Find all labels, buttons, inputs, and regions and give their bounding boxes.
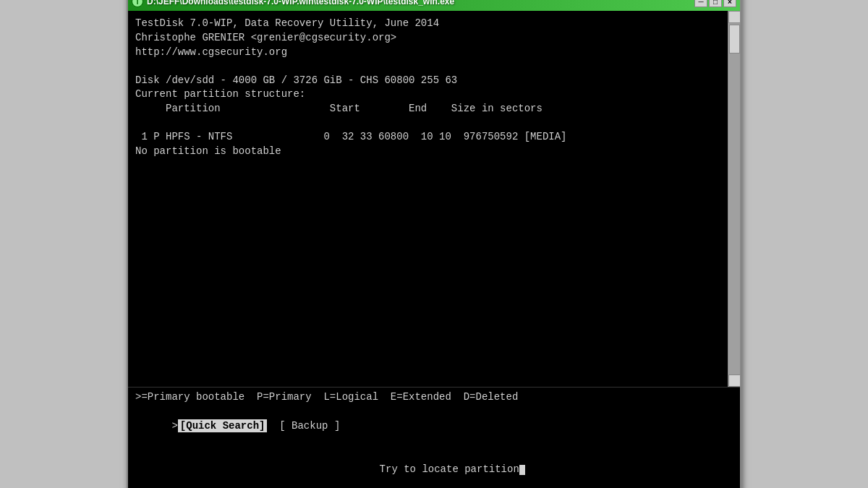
quick-search-button[interactable]: [Quick Search]	[178, 419, 268, 432]
status-text: Try to locate partition	[380, 463, 519, 475]
window-title: D:\JEFF\Downloads\testdisk-7.0-WIP.win\t…	[147, 0, 454, 7]
scrollbar[interactable]: ▲ ▼	[728, 11, 740, 387]
cursor-blink	[519, 465, 525, 475]
backup-label	[267, 420, 279, 432]
terminal-line-3: http://www.cgsecurity.org	[135, 46, 720, 60]
scroll-down-button[interactable]: ▼	[728, 374, 741, 387]
scroll-thumb[interactable]	[729, 25, 740, 53]
terminal-line-6: Current partition structure:	[135, 87, 720, 102]
terminal-line-10: No partition is bootable	[135, 145, 720, 159]
key-hint-line: >=Primary bootable P=Primary L=Logical E…	[135, 390, 733, 405]
terminal-line-7: Partition Start End Size in sectors	[135, 102, 720, 116]
bottom-bar: >=Primary bootable P=Primary L=Logical E…	[128, 387, 740, 488]
title-bar-left: T D:\JEFF\Downloads\testdisk-7.0-WIP.win…	[132, 0, 454, 7]
terminal-line-5: Disk /dev/sdd - 4000 GB / 3726 GiB - CHS…	[135, 74, 720, 88]
terminal-body: TestDisk 7.0-WIP, Data Recovery Utility,…	[128, 11, 740, 387]
terminal-line-1: TestDisk 7.0-WIP, Data Recovery Utility,…	[135, 17, 720, 31]
terminal-line-2: Christophe GRENIER <grenier@cgsecurity.o…	[135, 31, 720, 46]
app-icon: T	[132, 0, 143, 7]
title-buttons: ─ □ ×	[694, 0, 736, 7]
terminal-line-4	[135, 59, 720, 74]
scroll-up-button[interactable]: ▲	[728, 11, 741, 23]
title-bar: T D:\JEFF\Downloads\testdisk-7.0-WIP.win…	[128, 0, 740, 11]
nav-arrow: >	[171, 420, 177, 432]
main-window: T D:\JEFF\Downloads\testdisk-7.0-WIP.win…	[127, 0, 741, 488]
status-line: Try to locate partition	[135, 448, 733, 488]
minimize-button[interactable]: ─	[694, 0, 707, 7]
terminal-line-8	[135, 116, 720, 131]
backup-button[interactable]: [ Backup ]	[279, 420, 340, 432]
terminal-line-9: 1 P HPFS - NTFS 0 32 33 60800 10 10 9767…	[135, 130, 720, 145]
scroll-track[interactable]	[728, 23, 740, 374]
nav-line: >[Quick Search] [ Backup ]	[135, 405, 733, 448]
terminal-content: TestDisk 7.0-WIP, Data Recovery Utility,…	[128, 11, 728, 387]
maximize-button[interactable]: □	[709, 0, 722, 7]
close-button[interactable]: ×	[723, 0, 736, 7]
